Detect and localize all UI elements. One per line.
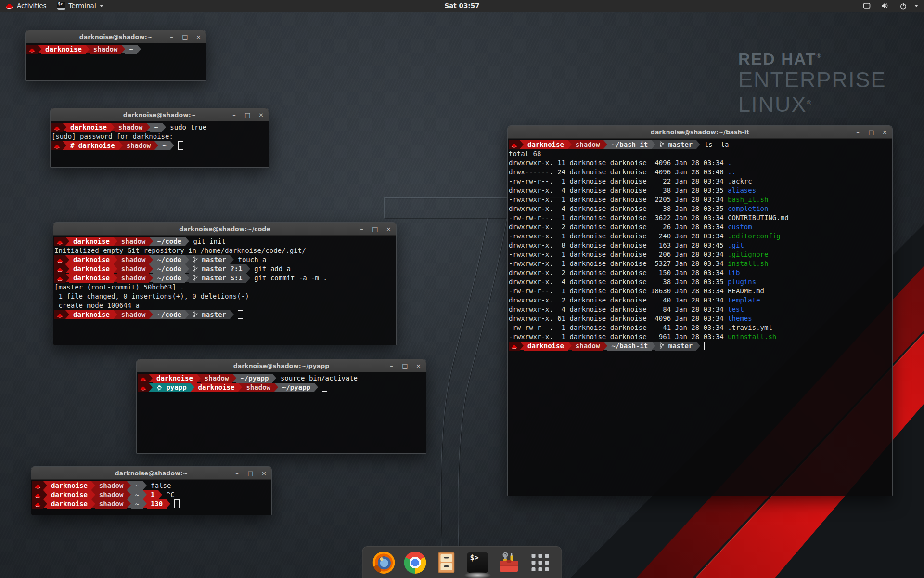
activities-label: Activities <box>17 2 47 10</box>
minimize-button[interactable]: – <box>855 129 861 135</box>
title-bar[interactable]: darknoise@shadow:~ –□× <box>31 467 271 480</box>
dock-item-app-grid[interactable] <box>529 551 552 574</box>
maximize-button[interactable]: □ <box>402 363 408 369</box>
terminal-content[interactable]: darknoiseshadow~ falsedarknoiseshadow~1 … <box>31 480 271 510</box>
title-bar[interactable]: darknoise@shadow:~/pyapp –□× <box>137 359 426 372</box>
minimize-button[interactable]: – <box>359 226 365 232</box>
minimize-button[interactable]: – <box>388 363 395 369</box>
registered-mark: ® <box>817 52 822 59</box>
output-line: [sudo] password for darknoise: <box>51 132 268 141</box>
command-text: ls -la <box>700 141 729 148</box>
redhat-fedora-icon <box>57 258 63 263</box>
powerline-separator <box>65 255 69 264</box>
terminal-window-pyapp: darknoise@shadow:~/pyapp –□× darknoisesh… <box>136 359 426 454</box>
prompt-segment-icon <box>509 140 520 149</box>
maximize-button[interactable]: □ <box>868 129 874 135</box>
dock-item-toolbox[interactable] <box>498 551 521 574</box>
window-title: darknoise@shadow:~ <box>79 33 152 40</box>
status-area[interactable] <box>859 0 924 12</box>
title-bar[interactable]: darknoise@shadow:~ –□× <box>26 30 206 43</box>
git-branch-icon <box>659 342 664 349</box>
clock[interactable]: Sat 03:57 <box>445 2 480 10</box>
powerline-separator <box>114 264 117 273</box>
output-line: drwxrwxr-x. 2 darknoise darknoise 26 Jan… <box>509 223 891 232</box>
file-cabinet-icon <box>436 552 457 574</box>
output-text: -rw-rw-r--. 1 darknoise darknoise 22 Jan… <box>509 177 752 185</box>
prompt-line: darknoiseshadow~/code master S:1 git com… <box>54 274 395 283</box>
terminal-content[interactable]: darknoiseshadow~ <box>26 43 206 55</box>
terminal-content[interactable]: darknoiseshadow~ sudo true[sudo] passwor… <box>51 121 269 152</box>
dock-item-files[interactable] <box>435 551 458 574</box>
app-menu-terminal[interactable]: $> Terminal <box>52 0 109 12</box>
prompt-segment-icon <box>509 342 520 351</box>
maximize-button[interactable]: □ <box>182 34 188 40</box>
prompt-line: pyappdarknoiseshadow~/pyapp <box>138 383 425 392</box>
powerline-separator <box>149 310 153 319</box>
git-branch-icon <box>193 265 198 272</box>
maximize-button[interactable]: □ <box>372 226 378 232</box>
command-text: sudo true <box>166 123 206 131</box>
prompt-segment-icon <box>54 264 65 274</box>
close-button[interactable]: × <box>415 363 422 369</box>
command-text: git init <box>189 237 226 245</box>
title-bar[interactable]: darknoise@shadow:~ –□× <box>51 108 269 121</box>
minimize-button[interactable]: – <box>168 34 175 40</box>
prompt-line: darknoiseshadow~130 <box>32 499 270 509</box>
powerline-separator <box>65 237 69 246</box>
prompt-segment-path: ~ <box>125 45 137 54</box>
prompt-segment-path: ~/code <box>153 237 185 246</box>
prompt-segment-user: darknoise <box>66 123 111 132</box>
prompt-segment-host: shadow <box>117 274 150 283</box>
redhat-fedora-icon <box>54 126 60 131</box>
close-button[interactable]: × <box>258 112 264 118</box>
output-line: -rw-rw-r--. 1 darknoise darknoise 22 Jan… <box>509 177 891 186</box>
minimize-button[interactable]: – <box>231 112 237 118</box>
git-branch-icon <box>193 256 198 263</box>
dock-item-chrome[interactable] <box>404 551 427 574</box>
terminal-window-bash-it: darknoise@shadow:~/bash-it –□× darknoise… <box>507 125 893 496</box>
prompt-segment-user: darknoise <box>47 490 91 499</box>
prompt-segment-host: shadow <box>123 141 155 150</box>
output-line: total 68 <box>509 149 891 158</box>
terminal-content[interactable]: darknoiseshadow~/pyapp source bin/activa… <box>137 372 426 394</box>
prompt-segment-host: shadow <box>90 45 122 54</box>
filename: test <box>728 305 744 313</box>
prompt-segment-icon <box>54 237 65 246</box>
close-button[interactable]: × <box>385 226 392 232</box>
output-line: drwxrwxr-x. 61 darknoise darknoise 4096 … <box>509 314 891 323</box>
dock-item-firefox[interactable] <box>372 551 396 574</box>
prompt-segment-path: ~/bash-it <box>607 342 652 351</box>
close-button[interactable]: × <box>261 470 267 476</box>
maximize-button[interactable]: □ <box>244 112 251 118</box>
prompt-segment-icon <box>51 141 63 150</box>
redhat-fedora-icon <box>5 3 13 9</box>
output-line: [master (root-commit) 50bcb63] . <box>54 283 395 292</box>
git-branch-icon <box>659 141 664 148</box>
prompt-segment-host: shadow <box>572 140 604 149</box>
maximize-button[interactable]: □ <box>247 470 254 476</box>
terminal-content[interactable]: darknoiseshadow~/bash-it master ls -lato… <box>508 139 892 352</box>
prompt-line: darknoiseshadow~/code git init <box>54 237 395 246</box>
activities-button[interactable]: Activities <box>0 0 52 12</box>
prompt-segment-path: ~/bash-it <box>607 140 652 149</box>
prompt-segment-user: darknoise <box>69 274 114 283</box>
title-bar[interactable]: darknoise@shadow:~/bash-it –□× <box>508 126 892 139</box>
git-branch-icon <box>193 311 198 318</box>
redhat-fedora-icon <box>140 386 146 391</box>
command-text: false <box>147 482 171 489</box>
window-title: darknoise@shadow:~/code <box>179 225 270 233</box>
prompt-segment-user: darknoise <box>194 383 239 392</box>
filename: completion <box>728 205 768 212</box>
title-bar[interactable]: darknoise@shadow:~/code –□× <box>53 223 396 236</box>
chrome-icon <box>404 552 426 574</box>
close-button[interactable]: × <box>195 34 202 40</box>
minimize-button[interactable]: – <box>234 470 240 476</box>
prompt-line: # darknoiseshadow~ <box>51 141 268 150</box>
prompt-segment-user: darknoise <box>524 140 568 149</box>
command-text: git add a <box>250 265 291 273</box>
firefox-icon <box>373 552 395 574</box>
terminal-content[interactable]: darknoiseshadow~/code git initInitialize… <box>53 236 396 321</box>
close-button[interactable]: × <box>882 129 888 135</box>
output-text: drwxrwxr-x. 2 darknoise darknoise 26 Jan… <box>509 223 728 231</box>
dock-item-terminal[interactable]: $> <box>466 551 489 574</box>
